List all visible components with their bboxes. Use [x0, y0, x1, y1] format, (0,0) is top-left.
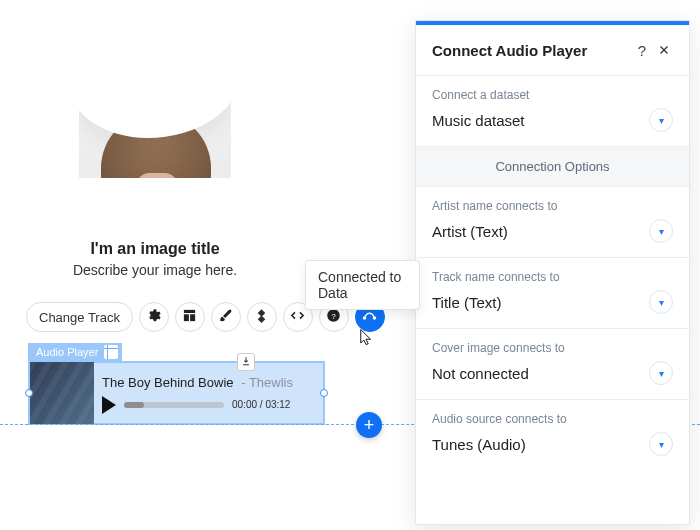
svg-rect-1: [184, 314, 189, 321]
track-artist: - Thewlis: [241, 375, 293, 390]
download-button[interactable]: [237, 353, 255, 371]
brush-icon: [218, 308, 233, 326]
section-audio-source: Audio source connects to Tunes (Audio) ▾: [416, 400, 689, 470]
cover-value[interactable]: Not connected: [432, 365, 641, 382]
chevron-down-icon: ▾: [659, 439, 664, 450]
resize-handle-left[interactable]: [25, 389, 33, 397]
dataset-value[interactable]: Music dataset: [432, 112, 641, 129]
artist-label: Artist name connects to: [432, 199, 673, 213]
svg-text:?: ?: [332, 312, 337, 321]
track-title: The Boy Behind Bowie: [102, 375, 234, 390]
audio-player-label: Audio Player: [36, 345, 98, 359]
canvas-stage: I'm an image title Describe your image h…: [0, 0, 420, 530]
chevron-down-icon: ▾: [659, 226, 664, 237]
diamond-icon: [254, 308, 269, 326]
audio-controls: 00:00 / 03:12: [102, 396, 315, 414]
help-icon: ?: [326, 308, 341, 326]
panel-help-button[interactable]: ?: [631, 39, 653, 61]
album-art: [30, 362, 94, 424]
element-label-chip: Audio Player: [28, 343, 122, 361]
element-label-icon: [104, 345, 118, 359]
chevron-down-icon: ▾: [659, 368, 664, 379]
track-line: The Boy Behind Bowie - Thewlis: [102, 375, 315, 390]
panel-close-button[interactable]: [653, 39, 675, 61]
connect-panel: Connect Audio Player ? Connect a dataset…: [415, 20, 690, 525]
dataset-label: Connect a dataset: [432, 88, 673, 102]
plus-icon: +: [364, 415, 375, 436]
toolbar-tooltip: Connected to Data: [305, 260, 420, 310]
panel-title: Connect Audio Player: [432, 42, 631, 59]
audio-player-card[interactable]: The Boy Behind Bowie - Thewlis 00:00 / 0…: [28, 361, 325, 425]
layout-icon: [182, 308, 197, 326]
audio-source-label: Audio source connects to: [432, 412, 673, 426]
audio-meta: The Boy Behind Bowie - Thewlis 00:00 / 0…: [94, 363, 323, 423]
svg-rect-0: [184, 310, 195, 313]
animation-button[interactable]: [247, 302, 277, 332]
track-value[interactable]: Title (Text): [432, 294, 641, 311]
stretch-icon: [290, 308, 305, 326]
svg-point-5: [364, 317, 366, 319]
time-display: 00:00 / 03:12: [232, 399, 290, 410]
play-button[interactable]: [102, 396, 116, 414]
resize-handle-right[interactable]: [320, 389, 328, 397]
add-section-button[interactable]: +: [356, 412, 382, 438]
chevron-down-icon: ▾: [659, 115, 664, 126]
connection-options-header: Connection Options: [416, 147, 689, 187]
image-title: I'm an image title: [50, 240, 260, 258]
panel-header: Connect Audio Player ?: [416, 25, 689, 76]
audio-source-expand[interactable]: ▾: [649, 432, 673, 456]
artist-expand[interactable]: ▾: [649, 219, 673, 243]
svg-point-6: [374, 317, 376, 319]
help-icon: ?: [638, 42, 646, 59]
track-label: Track name connects to: [432, 270, 673, 284]
design-button[interactable]: [211, 302, 241, 332]
audio-player-element[interactable]: Audio Player The Boy Behind Bowie - Thew…: [28, 342, 325, 425]
cover-image[interactable]: [79, 28, 231, 228]
track-expand[interactable]: ▾: [649, 290, 673, 314]
image-block: I'm an image title Describe your image h…: [50, 28, 260, 278]
change-track-button[interactable]: Change Track: [26, 302, 133, 332]
section-cover: Cover image connects to Not connected ▾: [416, 329, 689, 400]
cover-expand[interactable]: ▾: [649, 361, 673, 385]
cover-label: Cover image connects to: [432, 341, 673, 355]
section-track: Track name connects to Title (Text) ▾: [416, 258, 689, 329]
gear-icon: [146, 308, 161, 326]
dataset-expand[interactable]: ▾: [649, 108, 673, 132]
section-artist: Artist name connects to Artist (Text) ▾: [416, 187, 689, 258]
chevron-down-icon: ▾: [659, 297, 664, 308]
data-connect-icon: [362, 308, 377, 326]
settings-button[interactable]: [139, 302, 169, 332]
image-subtitle: Describe your image here.: [50, 262, 260, 278]
svg-rect-2: [191, 314, 196, 321]
download-icon: [241, 356, 251, 368]
progress-bar[interactable]: [124, 402, 224, 408]
artist-value[interactable]: Artist (Text): [432, 223, 641, 240]
audio-source-value[interactable]: Tunes (Audio): [432, 436, 641, 453]
close-icon: [658, 42, 670, 59]
layout-button[interactable]: [175, 302, 205, 332]
section-dataset: Connect a dataset Music dataset ▾: [416, 76, 689, 147]
